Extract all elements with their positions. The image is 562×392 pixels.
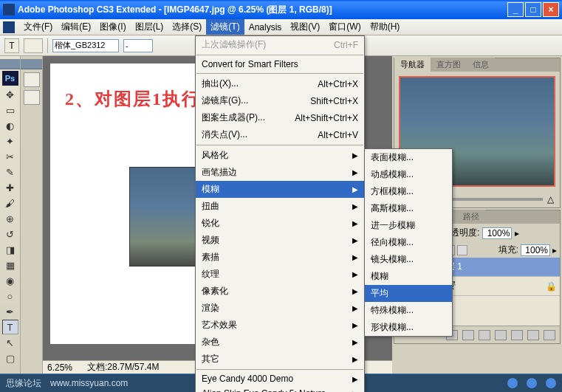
menuitem-brush-strokes[interactable]: 画笔描边▶ (196, 164, 364, 181)
lock-all-icon[interactable] (457, 245, 467, 255)
menuitem-lens-blur[interactable]: 镜头模糊... (365, 251, 452, 268)
menuitem-convert-smart[interactable]: Convert for Smart Filters (196, 57, 364, 72)
menuitem-average[interactable]: 平均 (365, 285, 452, 302)
menuitem-blur-more[interactable]: 进一步模糊 (365, 217, 452, 234)
menuitem-other[interactable]: 其它▶ (196, 351, 364, 368)
shape-tool[interactable]: ▢ (2, 351, 18, 365)
fill-arrow-icon[interactable]: ▸ (552, 245, 557, 255)
menuitem-gaussian-blur[interactable]: 高斯模糊... (365, 200, 452, 217)
menu-select[interactable]: 选择(S) (168, 19, 206, 35)
toolbox: Ps ✥ ▭ ◐ ✦ ✂ ✎ ✚ 🖌 ⊕ ↺ ◨ ▦ ◉ ○ ✒ T ↖ ▢ (0, 56, 21, 374)
filter-menu-dropdown: 上次滤镜操作(F)Ctrl+F Convert for Smart Filter… (195, 35, 365, 392)
window-buttons: _ □ × (507, 2, 559, 17)
menuitem-radial-blur[interactable]: 径向模糊... (365, 234, 452, 251)
eyedropper-tool[interactable]: ✎ (2, 165, 18, 179)
tray-icon[interactable] (527, 378, 537, 388)
menu-view[interactable]: 视图(V) (286, 19, 324, 35)
menuitem-surface-blur[interactable]: 表面模糊... (365, 149, 452, 166)
crop-tool[interactable]: ✂ (2, 149, 18, 164)
heal-tool[interactable]: ✚ (2, 180, 18, 195)
menuitem-alienskin-nature[interactable]: Alien Skin Eye Candy 5: Nature▶ (196, 386, 364, 392)
delete-layer-icon[interactable] (544, 330, 555, 340)
menuitem-render[interactable]: 渲染▶ (196, 300, 364, 317)
menuitem-blur-basic[interactable]: 模糊 (365, 268, 452, 285)
opacity-arrow-icon[interactable]: ▸ (515, 228, 519, 238)
app-icon (3, 4, 15, 16)
tray-icon[interactable] (507, 378, 518, 388)
lasso-tool[interactable]: ◐ (2, 118, 18, 133)
menuitem-sharpen[interactable]: 锐化▶ (196, 215, 364, 232)
menu-edit[interactable]: 编辑(E) (57, 19, 95, 35)
tab-navigator[interactable]: 导航器 (394, 58, 431, 72)
menuitem-pixelate[interactable]: 像素化▶ (196, 283, 364, 300)
fill-label: 填充: (498, 244, 518, 256)
menuitem-blur[interactable]: 模糊▶ (196, 181, 364, 198)
marquee-tool[interactable]: ▭ (2, 103, 18, 117)
menu-layer[interactable]: 图层(L) (131, 19, 168, 35)
fill-input[interactable]: 100% (521, 244, 550, 256)
pen-tool[interactable]: ✒ (2, 304, 18, 319)
menuitem-pattern-maker[interactable]: 图案生成器(P)...Alt+Shift+Ctrl+X (196, 109, 364, 126)
maximize-button[interactable]: □ (525, 2, 541, 17)
menuitem-vanishing-point[interactable]: 消失点(V)...Alt+Ctrl+V (196, 126, 364, 143)
font-family-select[interactable] (52, 39, 119, 52)
menuitem-texture[interactable]: 纹理▶ (196, 266, 364, 283)
history-brush-tool[interactable]: ↺ (2, 227, 18, 241)
tool-presets[interactable] (24, 38, 43, 53)
menu-help[interactable]: 帮助(H) (366, 19, 405, 35)
taskbar-text: 思缘论坛 (6, 377, 41, 390)
menuitem-box-blur[interactable]: 方框模糊... (365, 183, 452, 200)
menu-image[interactable]: 图像(I) (95, 19, 130, 35)
titlebar: Adobe Photoshop CS3 Extended - [IMGP4647… (0, 0, 562, 19)
menuitem-filter-gallery[interactable]: 滤镜库(G)...Shift+Ctrl+X (196, 92, 364, 109)
minimize-button[interactable]: _ (507, 2, 524, 17)
tool-indicator[interactable]: T (4, 38, 19, 53)
menuitem-artistic[interactable]: 艺术效果▶ (196, 317, 364, 334)
blur-tool[interactable]: ◉ (2, 273, 18, 288)
font-style-select[interactable] (123, 39, 153, 52)
aux-toolbar (21, 56, 43, 374)
zoom-level[interactable]: 6.25% (47, 362, 72, 373)
opacity-input[interactable]: 100% (482, 227, 512, 239)
move-tool[interactable]: ✥ (2, 87, 18, 102)
eraser-tool[interactable]: ◨ (2, 242, 18, 257)
menuitem-noise[interactable]: 杂色▶ (196, 334, 364, 351)
menu-window[interactable]: 窗口(W) (324, 19, 365, 35)
menuitem-sketch[interactable]: 素描▶ (196, 249, 364, 266)
layer-mask-icon[interactable] (479, 330, 490, 340)
menuitem-shape-blur[interactable]: 形状模糊... (365, 319, 452, 336)
menubar: 文件(F) 编辑(E) 图像(I) 图层(L) 选择(S) 滤镜(T) Anal… (0, 19, 562, 35)
menuitem-distort[interactable]: 扭曲▶ (196, 198, 364, 215)
tab-info[interactable]: 信息 (467, 58, 495, 72)
layer-style-icon[interactable] (462, 330, 474, 340)
path-tool[interactable]: ↖ (2, 335, 18, 350)
wand-tool[interactable]: ✦ (2, 134, 18, 148)
type-tool[interactable]: T (2, 320, 18, 334)
menuitem-smart-blur[interactable]: 特殊模糊... (365, 302, 452, 319)
close-button[interactable]: × (543, 2, 559, 17)
aux-button[interactable] (24, 72, 40, 87)
menuitem-motion-blur[interactable]: 动感模糊... (365, 166, 452, 183)
tray-icon[interactable] (546, 378, 556, 388)
tab-paths[interactable]: 路径 (457, 210, 485, 224)
aux-button[interactable] (24, 90, 40, 105)
menuitem-extract[interactable]: 抽出(X)...Alt+Ctrl+X (196, 75, 364, 92)
ps-logo-icon: Ps (2, 71, 18, 86)
zoom-in-icon[interactable]: △ (547, 194, 554, 204)
menu-filter[interactable]: 滤镜(T) (206, 19, 244, 35)
menuitem-last-filter: 上次滤镜操作(F)Ctrl+F (196, 36, 364, 53)
doc-size: 文档:28.7M/57.4M (87, 361, 159, 374)
menu-analysis[interactable]: Analysis (244, 21, 287, 34)
stamp-tool[interactable]: ⊕ (2, 211, 18, 226)
menuitem-video[interactable]: 视频▶ (196, 232, 364, 249)
group-icon[interactable] (511, 330, 523, 340)
brush-tool[interactable]: 🖌 (2, 196, 18, 210)
adjustment-layer-icon[interactable] (495, 330, 507, 340)
menuitem-eyecandy4000[interactable]: Eye Candy 4000 Demo▶ (196, 371, 364, 386)
menu-file[interactable]: 文件(F) (19, 19, 57, 35)
menuitem-stylize[interactable]: 风格化▶ (196, 147, 364, 164)
new-layer-icon[interactable] (527, 330, 539, 340)
tab-histogram[interactable]: 直方图 (431, 58, 467, 72)
dodge-tool[interactable]: ○ (2, 289, 18, 303)
gradient-tool[interactable]: ▦ (2, 258, 18, 272)
